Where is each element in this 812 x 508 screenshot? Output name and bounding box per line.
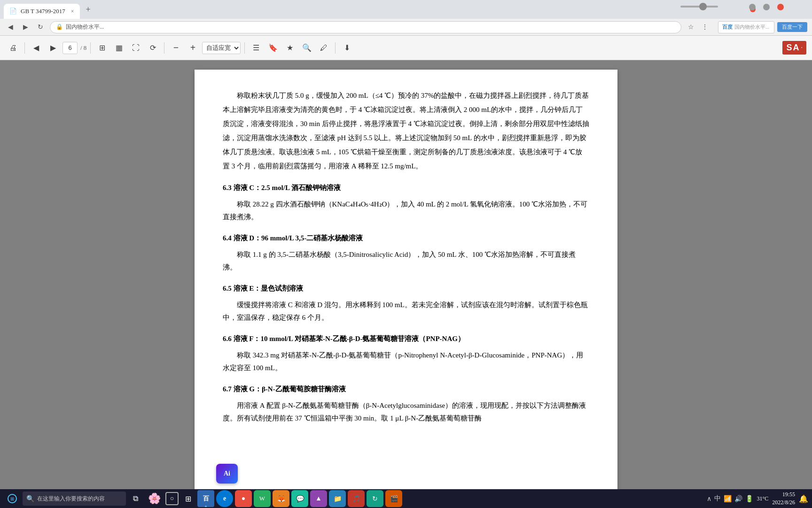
- taskbar-search-placeholder: 在这里输入你要搜索的内容: [37, 495, 105, 503]
- time-value: 19:55: [772, 491, 795, 499]
- tray-expand-icon[interactable]: ∧: [707, 495, 711, 503]
- new-tab-button[interactable]: +: [82, 3, 95, 16]
- browser-navigation: ◀ ▶ ↻ 🔒 国内物价水平... ☆ ⋮ 百度 国内物价水平... 百度一下: [0, 19, 812, 36]
- taskbar-app-5[interactable]: 🦊: [273, 490, 289, 507]
- section-6-6-title: 6.6 溶液 F：10 mmol/L 对硝基苯-N-乙酰-β-D-氨基葡萄糖苷溶…: [223, 333, 589, 345]
- app7-label: ▲: [315, 495, 322, 502]
- separator-3: [164, 42, 164, 54]
- fullscreen-button[interactable]: ⛶: [128, 40, 143, 56]
- print-button[interactable]: 🖨: [6, 40, 21, 56]
- nav-right-buttons: ☆ ⋮: [685, 22, 710, 33]
- tab-title: GB T 34799-2017: [21, 8, 65, 15]
- page-number-input[interactable]: [62, 42, 78, 54]
- tray-language-icon[interactable]: 中: [714, 494, 721, 503]
- tab-favicon: 📄: [9, 8, 17, 15]
- app9-label: 🎵: [352, 495, 360, 503]
- taskbar-baidu-app[interactable]: 百: [197, 490, 214, 507]
- ai-button[interactable]: Ai: [216, 464, 238, 484]
- taskbar-decoration: 🌸: [145, 490, 164, 507]
- taskbar-app-3[interactable]: ●: [235, 490, 252, 507]
- taskbar-app-6[interactable]: 💬: [291, 490, 308, 507]
- address-value: 国内物价水平...: [66, 23, 104, 31]
- separator-5: [335, 42, 336, 54]
- next-page-button[interactable]: ▶: [46, 40, 61, 56]
- taskbar-app-10[interactable]: ↻: [367, 490, 383, 507]
- download-button[interactable]: ⬇: [339, 40, 354, 56]
- baidu-input-text: 国内物价水平...: [734, 24, 769, 31]
- star-button[interactable]: ★: [282, 40, 297, 56]
- tab-list: 📄 GB T 34799-2017 × +: [4, 0, 808, 19]
- taskbar-app-11[interactable]: 🎬: [385, 490, 402, 507]
- nav-refresh-button[interactable]: ↻: [35, 22, 46, 33]
- taskbar-app-4[interactable]: W: [254, 490, 271, 507]
- clock-display: 19:55 2022/8/26: [772, 491, 795, 507]
- taskbar-anim-icon: 🌸: [148, 492, 161, 505]
- temperature-display: 31°C: [757, 495, 769, 502]
- taskbar-app-7[interactable]: ▲: [310, 490, 327, 507]
- section-6-3-content: 称取 28.22 g 四水酒石酸钾钠（KNaC₄H₄O₅·4H₂O），加入 40…: [223, 198, 589, 223]
- taskbar: ⊞ 🔍 在这里输入你要搜索的内容 ⧉ 🌸 ○ ⊞ 百 e ● W 🦊 💬 ▲ 📁: [0, 489, 812, 508]
- minimize-button[interactable]: [749, 4, 756, 10]
- nav-forward-button[interactable]: ▶: [20, 22, 31, 33]
- zoom-select[interactable]: 自适应宽 50% 75% 100% 125% 150%: [202, 42, 241, 54]
- taskbar-app-9[interactable]: 🎵: [348, 490, 365, 507]
- separator-2: [90, 42, 91, 54]
- two-page-button[interactable]: ▦: [111, 40, 126, 56]
- section-6-4-content: 称取 1.1 g 的 3,5-二硝基水杨酸（3,5-Dinitrosalicyl…: [223, 248, 589, 274]
- list-view-button[interactable]: ☰: [249, 40, 264, 56]
- sky-a-logo: A: [793, 43, 799, 53]
- taskbar-circle-button[interactable]: ○: [165, 492, 179, 505]
- active-tab[interactable]: 📄 GB T 34799-2017 ×: [4, 4, 80, 19]
- start-button[interactable]: ⊞: [4, 490, 21, 507]
- rotate-button[interactable]: ⟳: [145, 40, 160, 56]
- address-bar[interactable]: 🔒 国内物价水平...: [50, 21, 681, 33]
- taskbar-app-8[interactable]: 📁: [329, 490, 346, 507]
- section-6-4-title: 6.4 溶液 D：96 mmol/L 3,5-二硝基水杨酸溶液: [223, 232, 589, 245]
- maximize-button[interactable]: [763, 4, 770, 10]
- notification-button[interactable]: 🔔: [799, 494, 808, 503]
- taskbar-edge-app[interactable]: e: [216, 490, 233, 507]
- taskbar-right-area: ∧ 中 📶 🔊 🔋 31°C 19:55 2022/8/26 🔔: [707, 491, 808, 507]
- pdf-page: 称取粉末状几丁质 5.0 g，缓慢加入 200 mL（≤4 ℃）预冷的 37%的…: [195, 70, 617, 493]
- pdf-view-area: 称取粉末状几丁质 5.0 g，缓慢加入 200 mL（≤4 ℃）预冷的 37%的…: [0, 60, 812, 506]
- close-button[interactable]: [777, 4, 784, 10]
- baidu-logo-icon: 百度: [722, 24, 733, 31]
- sky-s-logo: S: [786, 43, 792, 53]
- baidu-app-label: 百: [203, 494, 209, 503]
- prev-page-button[interactable]: ◀: [29, 40, 44, 56]
- edge-app-label: e: [223, 495, 226, 502]
- search-button[interactable]: 🔍: [299, 40, 314, 56]
- tray-network-icon[interactable]: 📶: [724, 495, 732, 503]
- tray-volume-icon[interactable]: 🔊: [734, 495, 742, 503]
- baidu-input-container[interactable]: 百度 国内物价水平...: [718, 21, 774, 33]
- sky-extra: ·: [801, 44, 803, 52]
- section-6-6-content: 称取 342.3 mg 对硝基苯-N-乙酰-β-D-氨基葡萄糖苷（p-Nitro…: [223, 349, 589, 374]
- tray-battery-icon: 🔋: [745, 495, 753, 503]
- app10-label: ↻: [372, 495, 378, 503]
- system-tray: ∧ 中 📶 🔊 🔋: [707, 494, 753, 503]
- baidu-search-button[interactable]: 百度一下: [777, 22, 807, 32]
- pdf-toolbar: 🖨 ◀ ▶ / 8 ⊞ ▦ ⛶ ⟳ − + 自适应宽 50% 75% 100% …: [0, 36, 812, 60]
- window-controls: [749, 4, 784, 10]
- nav-menu-button[interactable]: ⋮: [699, 22, 710, 33]
- zoom-out-button[interactable]: −: [168, 40, 183, 56]
- taskbar-apps-button[interactable]: ⊞: [180, 491, 195, 506]
- app6-label: 💬: [296, 495, 304, 503]
- taskbar-search[interactable]: 🔍 在这里输入你要搜索的内容: [23, 492, 126, 506]
- browser-slider[interactable]: [680, 6, 718, 8]
- nav-back-button[interactable]: ◀: [5, 22, 16, 33]
- section-6-5-content: 缓慢搅拌将溶液 C 和溶液 D 混匀。用水稀释到 100 mL。若未完全溶解，试…: [223, 299, 589, 324]
- fit-page-button[interactable]: ⊞: [94, 40, 109, 56]
- nav-star-button[interactable]: ☆: [685, 22, 696, 33]
- sky-logo: S A ·: [782, 41, 806, 55]
- zoom-in-button[interactable]: +: [185, 40, 200, 56]
- windows-logo-inner: ⊞: [10, 496, 14, 501]
- bookmark-button[interactable]: 🔖: [265, 40, 281, 56]
- browser-tab-bar: 📄 GB T 34799-2017 × +: [0, 0, 812, 19]
- section-6-7-title: 6.7 溶液 G：β-N-乙酰葡萄胺糖苷酶溶液: [223, 383, 589, 396]
- baidu-search-area: 百度 国内物价水平... 百度一下: [718, 21, 807, 33]
- tab-close-button[interactable]: ×: [71, 8, 74, 15]
- task-view-button[interactable]: ⧉: [128, 491, 143, 506]
- slider-track: [680, 6, 718, 8]
- highlight-button[interactable]: 🖊: [316, 40, 331, 56]
